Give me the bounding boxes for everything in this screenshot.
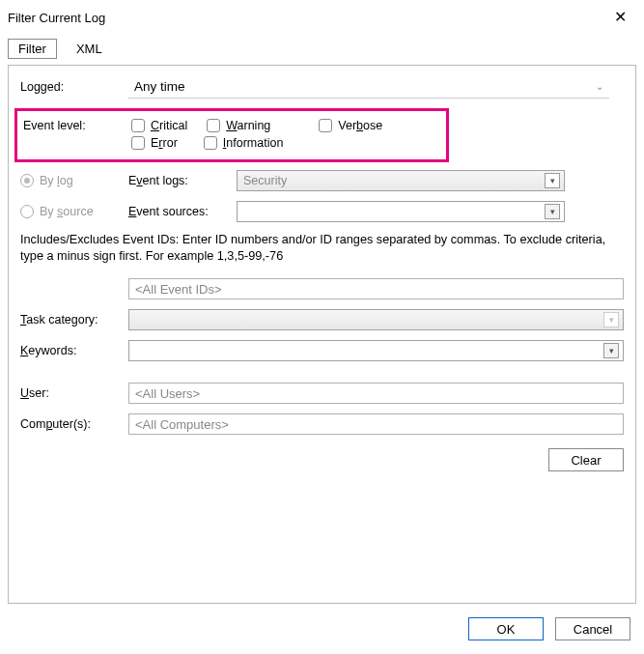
tab-xml[interactable]: XML xyxy=(67,40,112,58)
tab-strip: Filter XML xyxy=(0,31,644,59)
logged-row: Logged: Any time ⌄ xyxy=(20,75,624,99)
warning-label: Warning xyxy=(226,119,270,132)
checkbox-information[interactable]: Information xyxy=(204,136,284,150)
help-text: Includes/Excludes Event IDs: Enter ID nu… xyxy=(20,232,624,265)
cancel-button[interactable]: Cancel xyxy=(555,617,630,640)
event-ids-row xyxy=(20,278,624,299)
verbose-label: Verbose xyxy=(338,119,382,132)
radio-by-source[interactable] xyxy=(20,205,34,218)
title-bar: Filter Current Log ✕ xyxy=(0,0,644,31)
user-label: User: xyxy=(20,386,128,400)
clear-button[interactable]: Clear xyxy=(548,448,624,471)
tab-filter[interactable]: Filter xyxy=(8,39,57,59)
keywords-label: Keywords: xyxy=(20,344,128,357)
filter-panel: Logged: Any time ⌄ Event level: Critical… xyxy=(8,65,636,604)
event-level-highlight: Event level: Critical Warning Verbose xyxy=(14,108,449,162)
user-input[interactable] xyxy=(128,383,624,404)
dropdown-icon: ▾ xyxy=(545,173,560,188)
chevron-down-icon: ⌄ xyxy=(596,81,603,92)
checkbox-icon xyxy=(131,136,145,150)
task-category-row: Task category: ▾ xyxy=(20,309,624,330)
radio-by-log[interactable] xyxy=(20,174,34,187)
information-label: Information xyxy=(223,136,284,150)
logged-value: Any time xyxy=(134,79,185,94)
checkbox-icon xyxy=(204,136,217,150)
error-label: Error xyxy=(151,136,178,150)
event-sources-combo[interactable]: ▾ xyxy=(237,201,565,222)
task-category-label: Task category: xyxy=(20,313,128,327)
event-level-label: Event level: xyxy=(23,119,131,132)
by-log-label: By log xyxy=(40,174,73,187)
task-category-combo[interactable]: ▾ xyxy=(128,309,624,330)
dropdown-icon: ▾ xyxy=(545,204,560,219)
checkbox-warning[interactable]: Warning xyxy=(207,119,270,132)
logged-select[interactable]: Any time ⌄ xyxy=(128,75,609,99)
close-icon[interactable]: ✕ xyxy=(610,8,630,27)
critical-label: Critical xyxy=(151,119,187,132)
checkbox-critical[interactable]: Critical xyxy=(131,119,187,132)
ok-button[interactable]: OK xyxy=(468,617,544,640)
event-sources-label: Event sources: xyxy=(128,205,237,218)
by-source-row: By source Event sources: ▾ xyxy=(20,201,624,222)
dropdown-icon: ▾ xyxy=(603,343,619,358)
user-row: User: xyxy=(20,383,624,404)
dropdown-icon: ▾ xyxy=(603,312,619,327)
dialog-buttons: OK Cancel xyxy=(0,613,644,640)
computers-label: Computer(s): xyxy=(20,417,128,431)
by-log-row: By log Event logs: Security ▾ xyxy=(20,170,624,191)
event-logs-label: Event logs: xyxy=(128,174,237,187)
checkbox-icon xyxy=(207,119,220,132)
checkbox-verbose[interactable]: Verbose xyxy=(319,119,382,132)
checkbox-icon xyxy=(319,119,332,132)
computers-input[interactable] xyxy=(128,413,624,435)
by-source-label: By source xyxy=(40,205,94,218)
checkbox-icon xyxy=(131,119,145,132)
clear-row: Clear xyxy=(20,448,624,471)
computers-row: Computer(s): xyxy=(20,413,624,435)
window-title: Filter Current Log xyxy=(8,11,105,25)
event-logs-combo[interactable]: Security ▾ xyxy=(237,170,565,191)
event-logs-value: Security xyxy=(243,174,287,187)
event-ids-input[interactable] xyxy=(128,278,624,299)
keywords-row: Keywords: ▾ xyxy=(20,340,624,361)
keywords-combo[interactable]: ▾ xyxy=(128,340,624,361)
checkbox-error[interactable]: Error xyxy=(131,136,178,150)
logged-label: Logged: xyxy=(20,80,128,94)
